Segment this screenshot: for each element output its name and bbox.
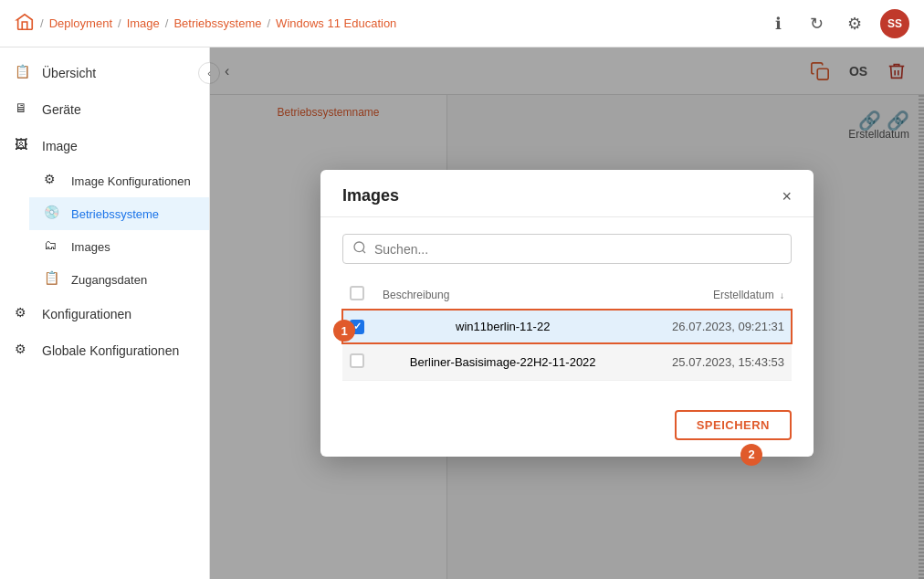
zugangsdaten-icon: 📋 bbox=[44, 270, 62, 289]
dialog-header: Images × bbox=[320, 170, 814, 217]
step-badge-1: 1 bbox=[333, 320, 355, 342]
sidebar-label-globale-konfigurationen: Globale Konfigurationen bbox=[42, 343, 179, 358]
info-icon[interactable]: ℹ bbox=[765, 11, 791, 37]
row2-checkbox[interactable] bbox=[350, 353, 364, 368]
topbar: / Deployment / Image / Betriebssysteme /… bbox=[0, 0, 924, 47]
sidebar-label-images: Images bbox=[71, 240, 110, 254]
globale-konfigurationen-icon: ⚙ bbox=[15, 342, 33, 360]
sidebar-item-image[interactable]: 🖼 Image bbox=[0, 128, 209, 164]
sidebar-item-globale-konfigurationen[interactable]: ⚙ Globale Konfigurationen bbox=[0, 332, 209, 369]
sidebar-sub-image: ⚙ Image Konfigurationen 💿 Betriebssystem… bbox=[0, 164, 209, 296]
beschreibung-header: Beschreibung bbox=[375, 280, 630, 310]
geraete-icon: 🖥 bbox=[15, 100, 33, 119]
dialog-footer: 2 SPEICHERN bbox=[320, 397, 814, 457]
table-row[interactable]: Berliner-Basisimage-22H2-11-2022 25.07.2… bbox=[342, 343, 792, 380]
sidebar-item-betriebssysteme[interactable]: 💿 Betriebssysteme bbox=[29, 197, 209, 230]
table-row[interactable]: win11berlin-11-22 26.07.2023, 09:21:31 bbox=[342, 310, 792, 344]
breadcrumb-windows11[interactable]: Windows 11 Education bbox=[276, 16, 396, 30]
breadcrumb-sep-3: / bbox=[267, 16, 270, 30]
step-badge-2: 2 bbox=[740, 444, 762, 466]
dialog-close-button[interactable]: × bbox=[782, 188, 792, 205]
search-box bbox=[342, 234, 792, 264]
row1-erstelldatum: 26.07.2023, 09:21:31 bbox=[630, 310, 792, 344]
select-all-checkbox[interactable] bbox=[350, 286, 364, 300]
sidebar-label-betriebssysteme: Betriebssysteme bbox=[71, 207, 159, 221]
breadcrumb-image[interactable]: Image bbox=[127, 16, 160, 30]
sidebar-label-konfigurationen: Konfigurationen bbox=[42, 307, 131, 321]
image-konfigurationen-icon: ⚙ bbox=[44, 172, 62, 190]
sidebar-label-uebersicht: Übersicht bbox=[42, 66, 96, 80]
sidebar-item-images[interactable]: 🗂 Images bbox=[29, 230, 209, 263]
content-area: ‹ OS bbox=[210, 47, 924, 579]
erstelldatum-header: Erstelldatum ↓ bbox=[630, 280, 792, 310]
breadcrumb-betriebssysteme[interactable]: Betriebssysteme bbox=[173, 16, 261, 30]
home-icon[interactable] bbox=[15, 12, 35, 36]
sidebar-label-image: Image bbox=[42, 139, 78, 153]
breadcrumb-sep-0: / bbox=[40, 16, 44, 30]
betriebssysteme-icon: 💿 bbox=[44, 205, 62, 223]
sidebar-item-konfigurationen[interactable]: ⚙ Konfigurationen bbox=[0, 296, 209, 332]
row2-beschreibung: Berliner-Basisimage-22H2-11-2022 bbox=[375, 343, 630, 380]
user-avatar[interactable]: SS bbox=[880, 9, 909, 38]
search-icon bbox=[352, 240, 367, 258]
sidebar-item-zugangsdaten[interactable]: 📋 Zugangsdaten bbox=[29, 263, 209, 296]
sidebar-item-geraete[interactable]: 🖥 Geräte bbox=[0, 91, 209, 128]
table-header-row: Beschreibung Erstelldatum ↓ bbox=[342, 280, 792, 310]
svg-line-2 bbox=[362, 250, 365, 253]
row2-checkbox-cell bbox=[342, 343, 375, 380]
sidebar-label-geraete: Geräte bbox=[42, 102, 81, 117]
breadcrumb-area: / Deployment / Image / Betriebssysteme /… bbox=[15, 12, 765, 36]
sidebar-item-image-konfigurationen[interactable]: ⚙ Image Konfigurationen bbox=[29, 164, 209, 197]
refresh-icon[interactable]: ↻ bbox=[803, 11, 829, 37]
dialog-title: Images bbox=[342, 186, 399, 205]
search-input[interactable] bbox=[374, 242, 782, 257]
settings-icon[interactable]: ⚙ bbox=[842, 11, 867, 37]
breadcrumb-deployment[interactable]: Deployment bbox=[49, 16, 112, 30]
main-layout: ‹ 📋 Übersicht 🖥 Geräte 🖼 Image ⚙ Image K… bbox=[0, 47, 924, 579]
row1-beschreibung: win11berlin-11-22 bbox=[375, 310, 630, 344]
save-button[interactable]: SPEICHERN bbox=[675, 410, 792, 440]
sidebar: ‹ 📋 Übersicht 🖥 Geräte 🖼 Image ⚙ Image K… bbox=[0, 47, 210, 579]
konfigurationen-icon: ⚙ bbox=[15, 305, 33, 323]
checkbox-header bbox=[342, 280, 375, 310]
images-table: Beschreibung Erstelldatum ↓ bbox=[342, 280, 792, 381]
dialog-body: 1 Beschreibung bbox=[320, 217, 814, 397]
svg-point-1 bbox=[354, 242, 364, 252]
images-icon: 🗂 bbox=[44, 237, 62, 256]
row2-erstelldatum: 25.07.2023, 15:43:53 bbox=[630, 343, 792, 380]
images-dialog: Images × bbox=[320, 170, 814, 457]
breadcrumb-sep-1: / bbox=[118, 16, 121, 30]
sidebar-label-zugangsdaten: Zugangsdaten bbox=[71, 273, 147, 287]
uebersicht-icon: 📋 bbox=[15, 64, 33, 82]
topbar-actions: ℹ ↻ ⚙ SS bbox=[765, 9, 909, 38]
sort-arrow-icon: ↓ bbox=[780, 290, 784, 300]
modal-overlay: Images × bbox=[210, 47, 924, 579]
sidebar-item-uebersicht[interactable]: 📋 Übersicht bbox=[0, 55, 209, 91]
image-icon: 🖼 bbox=[15, 137, 33, 155]
sidebar-label-image-konfigurationen: Image Konfigurationen bbox=[71, 174, 191, 188]
breadcrumb-sep-2: / bbox=[165, 16, 169, 30]
